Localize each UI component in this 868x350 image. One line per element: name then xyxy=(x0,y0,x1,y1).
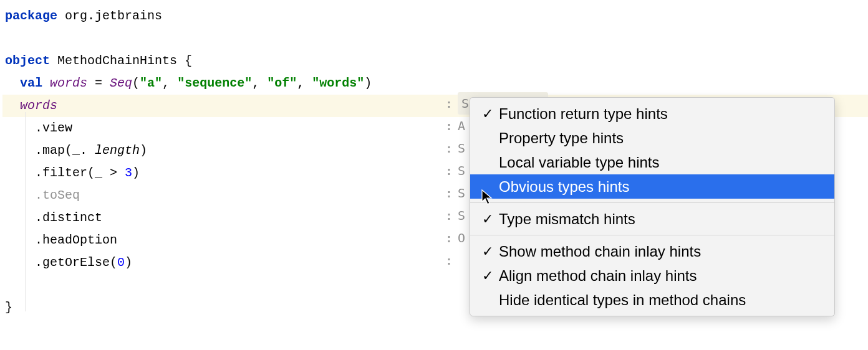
menu-item-property-type-hints[interactable]: Property type hints xyxy=(470,126,834,150)
words-ref: words xyxy=(20,98,57,113)
code-line: package org.jetbrains xyxy=(2,5,868,27)
menu-item-show-method-chain-inlay-hints[interactable]: ✓ Show method chain inlay hints xyxy=(470,239,834,263)
indent-guide xyxy=(25,112,26,311)
check-icon: ✓ xyxy=(479,106,496,122)
val-name: words xyxy=(50,76,87,90)
menu-separator xyxy=(470,235,834,235)
menu-item-align-method-chain-inlay-hints[interactable]: ✓ Align method chain inlay hints xyxy=(470,263,834,288)
code-line: object MethodChainHints { xyxy=(2,50,868,72)
keyword-package: package xyxy=(5,9,57,23)
brace-close: } xyxy=(5,300,12,315)
object-name: MethodChainHints xyxy=(57,54,177,68)
package-name: org.jetbrains xyxy=(65,9,162,23)
menu-item-function-return-type-hints[interactable]: ✓ Function return type hints xyxy=(470,102,834,126)
seq-constructor: Seq xyxy=(110,76,132,90)
menu-item-local-variable-type-hints[interactable]: Local variable type hints xyxy=(470,150,834,174)
check-icon: ✓ xyxy=(479,211,496,227)
check-icon: ✓ xyxy=(479,244,496,260)
menu-item-hide-identical-types[interactable]: Hide identical types in method chains xyxy=(470,288,834,312)
context-menu[interactable]: ✓ Function return type hints Property ty… xyxy=(470,97,835,316)
menu-item-type-mismatch-hints[interactable]: ✓ Type mismatch hints xyxy=(470,207,834,231)
code-line: val words = Seq("a", "sequence", "of", "… xyxy=(2,72,868,95)
check-icon: ✓ xyxy=(479,268,496,284)
brace-open: { xyxy=(185,54,192,68)
menu-separator xyxy=(470,202,834,203)
blank-line xyxy=(2,27,868,50)
keyword-object: object xyxy=(5,54,50,68)
menu-item-obvious-types-hints[interactable]: Obvious types hints xyxy=(470,174,834,199)
keyword-val: val xyxy=(20,76,42,90)
